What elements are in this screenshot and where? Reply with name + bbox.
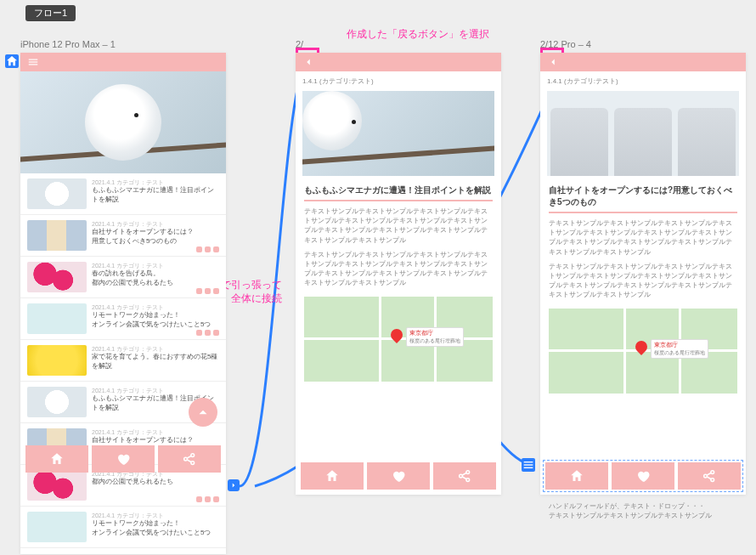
artboard-detail-bird[interactable]: 2/ 1.4.1 (カテゴリ:テスト) もふもふシマエナガに遭遇！注目ポイントを…: [296, 53, 501, 495]
list-item-text: 2021.4.1 カテゴリ：テストリモートワークが始まった！オンライン会議で気を…: [92, 303, 219, 330]
list-item-title: リモートワークが始まった！: [92, 311, 219, 320]
tab-home-button[interactable]: [25, 445, 88, 473]
tab-favorite-button[interactable]: [367, 462, 430, 490]
caption-text: ハンドルフィールドが、テキスト・ドロップ・・・ テキストサンプルテキストサンプル…: [540, 498, 746, 524]
canvas-stage[interactable]: 作成した「戻るボタン」を選択 ホーム画面まで引っ張って 全体に接続 iPhone…: [0, 0, 756, 555]
scroll-top-button[interactable]: [189, 398, 217, 427]
list-item-title: 自社サイトをオープンするには？: [92, 436, 219, 445]
list-item-title: 自社サイトをオープンするには？: [92, 228, 219, 237]
list-item[interactable]: 2021.4.1 カテゴリ：テストリモートワークが始まった！オンライン会議で気を…: [20, 298, 226, 340]
list-item[interactable]: 2021.4.1 カテゴリ：テストもふもふシマエナガに遭遇！注目ポイントを解説: [20, 173, 226, 215]
map-pin-label: 東京都庁 桜度のある尾行埋葬地: [651, 339, 708, 359]
tab-favorite-button[interactable]: [92, 445, 155, 473]
list-item-date: 2021.4.1 カテゴリ：テスト: [92, 512, 219, 519]
share-icon: [702, 468, 717, 484]
app-topbar: [20, 53, 226, 71]
thumbnail-image: [27, 470, 87, 501]
map-pin-icon[interactable]: [635, 341, 647, 353]
list-item-text: 2021.4.1 カテゴリ：テスト家で花を育てよう。春におすすめの花5種を解説: [92, 345, 219, 371]
list-item[interactable]: 2021.4.1 カテゴリ：テスト自社サイトをオープンするには？用意しておくべき…: [20, 215, 226, 257]
article-paragraph: テキストサンプルテキストサンプルテキストサンプルテキストサンプルテキストサンプル…: [296, 207, 501, 250]
article-paragraph: テキストサンプルテキストサンプルテキストサンプルテキストサンプルテキストサンプル…: [540, 218, 746, 262]
tab-share-button[interactable]: [678, 462, 741, 490]
artboard-title[interactable]: iPhone 12 Pro Max – 1: [20, 39, 116, 49]
article-paragraph: テキストサンプルテキストサンプルテキストサンプルテキストサンプルテキストサンプル…: [540, 262, 746, 305]
list-item[interactable]: 2021.4.1 カテゴリ：テストリモートワークが始まった！オンライン会議で気を…: [20, 507, 226, 548]
list-item-date: 2021.4.1 カテゴリ：テスト: [92, 178, 219, 186]
thumbnail-image: [27, 262, 87, 292]
breadcrumb: 1.4.1 (カテゴリ:テスト): [540, 71, 746, 88]
list-item-title: 春の訪れを告げる鳥。: [92, 269, 219, 279]
list-item-date: 2021.4.1 カテゴリ：テスト: [92, 428, 219, 436]
list-item-subtitle: 都内の公園で見られるたち: [92, 279, 219, 288]
list-item-text: 2021.4.1 カテゴリ：テスト春の訪れを告げる鳥。都内の公園で見られるたち: [92, 262, 219, 288]
tab-favorite-button[interactable]: [612, 462, 674, 490]
thumbnail-image: [27, 345, 87, 376]
back-button[interactable]: [301, 54, 316, 70]
article-title: もふもふシマエナガに遭遇！注目ポイントを解説: [296, 179, 501, 200]
thumbnail-image: [27, 178, 87, 209]
svg-rect-2: [524, 467, 533, 468]
bottom-tabbar[interactable]: [545, 462, 741, 490]
bottom-tabbar: [301, 462, 496, 490]
heart-icon: [635, 468, 651, 484]
artboard-home[interactable]: iPhone 12 Pro Max – 1 2021.4.1 カテゴリ：テストも…: [20, 53, 226, 554]
list-item[interactable]: 2021.4.1 カテゴリ：テスト春の訪れを告げる鳥。都内の公園で見られるたち: [20, 257, 226, 298]
list-item-date: 2021.4.1 カテゴリ：テスト: [92, 303, 219, 311]
list-item[interactable]: 2021.4.1 カテゴリ：テスト家で花を育てよう。春におすすめの花5種を解説: [20, 340, 226, 382]
svg-rect-4: [29, 61, 38, 62]
home-icon: [324, 468, 340, 484]
tab-home-button[interactable]: [545, 462, 608, 490]
list-item-title: もふもふシマエナガに遭遇！注目ポイントを解説: [92, 186, 219, 205]
list-item-title: 都内の公園で見られるたち: [92, 478, 219, 487]
svg-rect-3: [29, 59, 38, 60]
share-icon: [457, 468, 472, 484]
card-indicator-icon: [196, 288, 219, 294]
map-widget[interactable]: 東京都庁 桜度のある尾行埋葬地: [549, 309, 737, 394]
title-underline: [304, 200, 493, 201]
article-list: 2021.4.1 カテゴリ：テストもふもふシマエナガに遭遇！注目ポイントを解説2…: [20, 173, 226, 548]
list-item-text: 2021.4.1 カテゴリ：テスト自社サイトをオープンするには？: [92, 428, 219, 445]
map-pin-label: 東京都庁 桜度のある尾行埋葬地: [406, 327, 464, 347]
artboard-title[interactable]: 2/: [296, 39, 303, 49]
svg-rect-5: [29, 64, 38, 65]
card-indicator-icon: [196, 246, 219, 252]
artboard-title[interactable]: 2/12 Pro – 4: [540, 39, 591, 49]
list-item-date: 2021.4.1 カテゴリ：テスト: [92, 387, 219, 394]
detail-hero-image: [547, 91, 739, 176]
title-underline: [549, 212, 737, 213]
chevron-up-icon: [195, 405, 211, 420]
tab-share-button[interactable]: [433, 462, 496, 490]
list-item-subtitle: オンライン会議で気をつけたいこと5つ: [92, 529, 219, 538]
map-widget[interactable]: 東京都庁 桜度のある尾行埋葬地: [304, 297, 493, 382]
list-item-text: 2021.4.1 カテゴリ：テストもふもふシマエナガに遭遇！注目ポイントを解説: [92, 178, 219, 205]
back-button[interactable]: [545, 54, 561, 70]
flow-handle-icon[interactable]: [522, 458, 535, 472]
thumbnail-image: [27, 303, 87, 334]
thumbnail-image: [27, 387, 87, 417]
detail-hero-image: [302, 91, 494, 176]
chevron-left-icon: [302, 56, 314, 68]
hamburger-icon[interactable]: [25, 54, 41, 70]
map-pin-icon[interactable]: [391, 329, 403, 341]
list-item-text: 2021.4.1 カテゴリ：テスト都内の公園で見られるたち: [92, 470, 219, 487]
home-flow-badge-icon[interactable]: [5, 54, 19, 68]
svg-rect-1: [524, 464, 533, 465]
hero-image: [20, 71, 226, 173]
home-icon: [49, 451, 65, 467]
breadcrumb: 1.4.1 (カテゴリ:テスト): [296, 71, 501, 88]
list-item-text: 2021.4.1 カテゴリ：テストリモートワークが始まった！オンライン会議で気を…: [92, 512, 219, 538]
tab-home-button[interactable]: [301, 462, 364, 490]
home-icon: [569, 468, 584, 484]
thumbnail-image: [27, 220, 87, 251]
list-item-title: 家で花を育てよう。春におすすめの花5種を解説: [92, 353, 219, 371]
flow-socket-out-icon[interactable]: [228, 479, 240, 491]
list-item-title: リモートワークが始まった！: [92, 519, 219, 529]
app-topbar: [296, 53, 501, 71]
artboard-detail-site[interactable]: 2/12 Pro – 4 1.4.1 (カテゴリ:テスト) 自社サイトをオープン…: [540, 53, 746, 495]
svg-rect-0: [524, 462, 533, 462]
chevron-left-icon: [547, 56, 559, 68]
tab-share-button[interactable]: [158, 445, 221, 473]
annotation-select-back-button: 作成した「戻るボタン」を選択: [347, 27, 489, 42]
article-paragraph: テキストサンプルテキストサンプルテキストサンプルテキストサンプルテキストサンプル…: [296, 250, 501, 293]
